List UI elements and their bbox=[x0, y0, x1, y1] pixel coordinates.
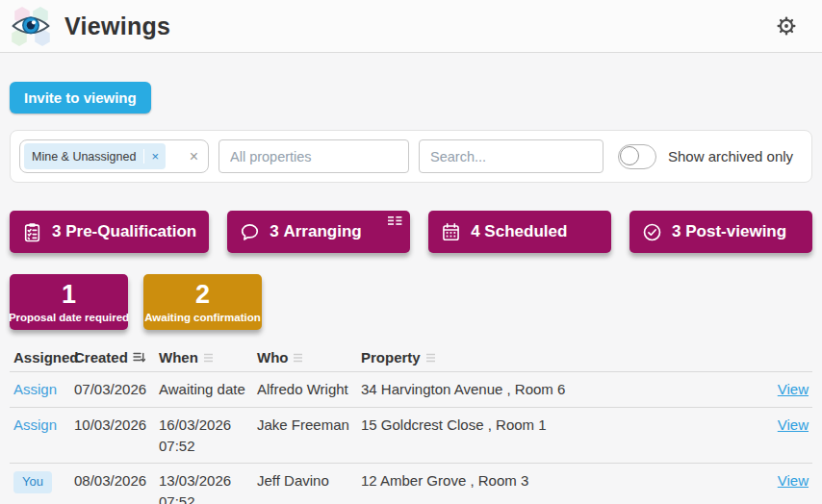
view-link[interactable]: View bbox=[778, 472, 809, 489]
created-cell: 07/03/2026 bbox=[74, 379, 159, 400]
view-link[interactable]: View bbox=[778, 416, 809, 433]
stage-count: 3 bbox=[52, 222, 61, 240]
substage-count: 1 bbox=[62, 282, 76, 308]
column-header-assigned[interactable]: Assigned bbox=[13, 349, 79, 365]
remove-tag-icon[interactable]: × bbox=[143, 149, 166, 164]
who-cell: Jeff Davino bbox=[257, 470, 361, 491]
sort-desc-icon[interactable] bbox=[133, 352, 145, 363]
properties-filter-input[interactable] bbox=[218, 139, 409, 173]
page-title: Viewings bbox=[64, 13, 170, 40]
when-cell: Awaiting date bbox=[159, 379, 257, 400]
clear-filter-icon[interactable]: × bbox=[190, 149, 198, 164]
list-view-icon[interactable] bbox=[388, 216, 402, 226]
stage-count: 3 bbox=[672, 222, 681, 240]
table-row: You 08/03/2026 13/03/2026 07:52 Jeff Dav… bbox=[10, 463, 812, 504]
when-cell: 13/03/2026 07:52 bbox=[159, 470, 257, 504]
who-cell: Jake Freeman bbox=[257, 415, 361, 436]
stage-label: Post-viewing bbox=[685, 222, 786, 240]
app-header: Viewings bbox=[0, 0, 822, 53]
substage-label: Proposal date required bbox=[9, 312, 129, 323]
show-archived-label: Show archived only bbox=[668, 148, 793, 164]
table-header-row: Assigned Created When Who Property bbox=[10, 346, 812, 371]
property-cell: 34 Harvington Avenue , Room 6 bbox=[361, 379, 756, 400]
viewings-table: Assigned Created When Who Property Assig… bbox=[10, 346, 812, 504]
column-header-when[interactable]: When bbox=[159, 349, 198, 365]
column-header-created[interactable]: Created bbox=[74, 349, 128, 365]
created-cell: 10/03/2026 bbox=[74, 415, 159, 436]
main-content: Invite to viewing Mine & Unassigned × × … bbox=[0, 53, 822, 504]
view-link[interactable]: View bbox=[778, 381, 809, 397]
column-header-property[interactable]: Property bbox=[361, 349, 421, 365]
stage-card-scheduled[interactable]: 4 Scheduled bbox=[428, 211, 611, 253]
property-cell: 12 Amber Grove , Room 3 bbox=[361, 470, 756, 491]
stage-card-arranging[interactable]: 3 Arranging bbox=[227, 211, 410, 253]
show-archived-toggle[interactable] bbox=[618, 144, 656, 169]
assignee-filter-tag-label: Mine & Unassigned bbox=[24, 150, 143, 164]
column-header-who[interactable]: Who bbox=[257, 349, 288, 365]
assignee-filter-select[interactable]: Mine & Unassigned × × bbox=[19, 139, 209, 173]
stage-label: Pre-Qualification bbox=[65, 222, 196, 240]
substage-count: 2 bbox=[195, 282, 210, 308]
stage-count: 3 bbox=[270, 222, 278, 240]
property-cell: 15 Goldcrest Close , Room 1 bbox=[361, 415, 756, 436]
assign-link[interactable]: Assign bbox=[13, 416, 57, 433]
calendar-icon bbox=[441, 222, 461, 242]
table-row: Assign 10/03/2026 16/03/2026 07:52 Jake … bbox=[10, 407, 812, 464]
clipboard-checklist-icon bbox=[22, 222, 42, 242]
sort-icon[interactable] bbox=[293, 353, 303, 363]
app-logo-eye-icon bbox=[10, 5, 52, 47]
sort-icon[interactable] bbox=[203, 353, 214, 363]
filter-bar: Mine & Unassigned × × Show archived only bbox=[10, 130, 812, 183]
substage-label: Awaiting confirmation bbox=[144, 312, 261, 323]
stage-count: 4 bbox=[471, 222, 479, 240]
settings-gear-icon[interactable] bbox=[772, 12, 801, 40]
when-cell: 16/03/2026 07:52 bbox=[159, 415, 257, 457]
stage-label: Arranging bbox=[283, 222, 361, 240]
sort-icon[interactable] bbox=[425, 353, 436, 363]
search-input[interactable] bbox=[419, 139, 604, 173]
invite-to-viewing-button[interactable]: Invite to viewing bbox=[10, 82, 151, 113]
substage-cards: 1 Proposal date required 2 Awaiting conf… bbox=[10, 274, 812, 330]
table-row: Assign 07/03/2026 Awaiting date Alfredo … bbox=[10, 371, 812, 407]
assigned-you-badge: You bbox=[13, 471, 52, 493]
created-cell: 08/03/2026 bbox=[74, 470, 159, 491]
chat-bubble-icon bbox=[240, 222, 260, 242]
toggle-knob bbox=[620, 146, 639, 165]
stage-label: Scheduled bbox=[484, 222, 567, 240]
assign-link[interactable]: Assign bbox=[13, 381, 57, 397]
substage-card-proposal-date-required[interactable]: 1 Proposal date required bbox=[10, 274, 128, 330]
substage-card-awaiting-confirmation[interactable]: 2 Awaiting confirmation bbox=[143, 274, 262, 330]
who-cell: Alfredo Wright bbox=[257, 379, 361, 400]
check-circle-icon bbox=[642, 222, 662, 242]
stage-card-pre-qualification[interactable]: 3 Pre-Qualification bbox=[10, 211, 209, 253]
stage-card-post-viewing[interactable]: 3 Post-viewing bbox=[629, 211, 812, 253]
assignee-filter-tag: Mine & Unassigned × bbox=[24, 143, 166, 169]
stage-cards: 3 Pre-Qualification 3 Arranging bbox=[10, 211, 812, 253]
